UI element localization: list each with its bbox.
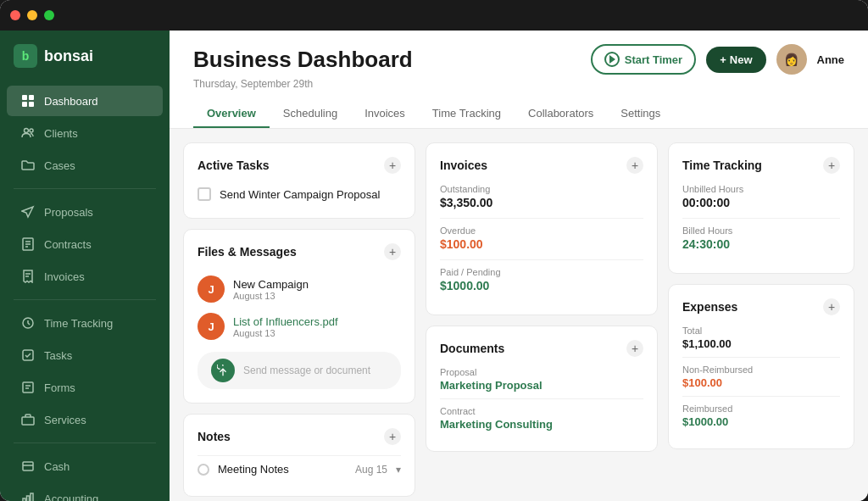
tab-invoices[interactable]: Invoices bbox=[351, 100, 419, 128]
note-item[interactable]: Meeting Notes Aug 15 ▾ bbox=[198, 455, 401, 482]
close-button[interactable] bbox=[10, 10, 20, 20]
invoice-paid: Paid / Pending $1000.00 bbox=[440, 267, 643, 292]
sidebar-divider bbox=[14, 188, 156, 189]
svg-rect-22 bbox=[31, 493, 33, 501]
invoices-title: Invoices bbox=[440, 159, 487, 172]
sidebar-item-cash[interactable]: Cash bbox=[7, 451, 163, 482]
expense-reimbursed: Reimbursed $1000.00 bbox=[682, 404, 840, 428]
briefcase-icon bbox=[20, 412, 36, 427]
invoices-card: Invoices + Outstanding $3,350.00 Overdue… bbox=[426, 142, 658, 315]
sidebar-item-tasks[interactable]: Tasks bbox=[7, 340, 163, 370]
file-link[interactable]: List of Influencers.pdf bbox=[233, 315, 401, 328]
new-button[interactable]: + New bbox=[706, 47, 765, 73]
dashboard-content: Active Tasks + Send Winter Campaign Prop… bbox=[170, 129, 868, 501]
expense-total: Total $1,100.00 bbox=[682, 326, 840, 350]
file-text-icon bbox=[20, 237, 36, 252]
sidebar-item-services[interactable]: Services bbox=[7, 404, 163, 435]
receipt-icon bbox=[20, 269, 36, 284]
document-proposal: Proposal Marketing Proposal bbox=[440, 367, 643, 392]
files-messages-add-button[interactable]: + bbox=[384, 243, 401, 260]
notes-add-button[interactable]: + bbox=[384, 428, 401, 445]
sidebar-item-contracts[interactable]: Contracts bbox=[7, 229, 163, 259]
minimize-button[interactable] bbox=[27, 10, 37, 20]
avatar: 👩 bbox=[776, 44, 807, 75]
svg-point-5 bbox=[30, 129, 33, 132]
time-tracking-title: Time Tracking bbox=[682, 159, 762, 172]
clock-icon bbox=[20, 315, 36, 331]
main-content: Business Dashboard Start Timer + New bbox=[170, 31, 868, 501]
sidebar-item-dashboard[interactable]: Dashboard bbox=[7, 86, 163, 116]
files-messages-title: Files & Messages bbox=[198, 245, 297, 259]
list-icon bbox=[20, 380, 36, 395]
message-input[interactable]: Send message or document bbox=[198, 352, 401, 389]
document-contract: Contract Marketing Consulting bbox=[440, 406, 643, 431]
file-item: J List of Influencers.pdf August 13 bbox=[198, 308, 401, 345]
folder-icon bbox=[20, 158, 36, 173]
send-icon bbox=[20, 204, 36, 220]
sidebar-item-label: Time Tracking bbox=[44, 317, 113, 330]
sidebar-divider bbox=[14, 299, 156, 300]
message-placeholder: Send message or document bbox=[243, 365, 370, 376]
sidebar-item-label: Services bbox=[44, 414, 86, 426]
invoices-add-button[interactable]: + bbox=[626, 157, 643, 174]
time-unbilled: Unbilled Hours 00:00:00 bbox=[682, 184, 840, 209]
file-item: J New Campaign August 13 bbox=[198, 270, 401, 308]
sidebar-divider bbox=[14, 443, 156, 443]
note-name: Meeting Notes bbox=[218, 463, 347, 476]
header-date: Thursday, September 29th bbox=[193, 78, 844, 90]
invoice-overdue: Overdue $100.00 bbox=[440, 225, 643, 251]
contract-link[interactable]: Marketing Consulting bbox=[440, 418, 643, 431]
task-label: Send Winter Campaign Proposal bbox=[220, 188, 380, 201]
start-timer-button[interactable]: Start Timer bbox=[591, 44, 696, 75]
sidebar-item-label: Cases bbox=[44, 159, 75, 172]
tab-bar: Overview Scheduling Invoices Time Tracki… bbox=[193, 100, 844, 128]
user-name: Anne bbox=[817, 53, 845, 66]
tab-overview[interactable]: Overview bbox=[193, 100, 270, 128]
expense-non-reimbursed: Non-Reimbursed $100.00 bbox=[682, 365, 840, 389]
sidebar-item-time-tracking[interactable]: Time Tracking bbox=[7, 308, 163, 338]
check-square-icon bbox=[20, 348, 36, 363]
logo: b bonsai bbox=[0, 44, 170, 85]
tab-time-tracking[interactable]: Time Tracking bbox=[419, 100, 515, 128]
sidebar-item-accounting[interactable]: Accounting bbox=[7, 483, 163, 501]
users-icon bbox=[20, 125, 36, 141]
sidebar-item-cases[interactable]: Cases bbox=[7, 150, 163, 181]
sidebar-item-clients[interactable]: Clients bbox=[7, 118, 163, 148]
sidebar-item-label: Contracts bbox=[44, 238, 92, 251]
time-tracking-add-button[interactable]: + bbox=[823, 157, 840, 174]
file-date: August 13 bbox=[233, 328, 401, 338]
sidebar: b bonsai Dashboard Clients bbox=[0, 31, 170, 501]
notes-title: Notes bbox=[198, 430, 231, 443]
logo-icon: b bbox=[14, 44, 37, 68]
svg-point-4 bbox=[25, 129, 29, 133]
bar-chart-icon bbox=[20, 491, 36, 501]
documents-add-button[interactable]: + bbox=[626, 340, 643, 357]
file-date: August 13 bbox=[233, 291, 401, 301]
file-avatar: J bbox=[198, 276, 225, 303]
maximize-button[interactable] bbox=[44, 10, 54, 20]
proposal-link[interactable]: Marketing Proposal bbox=[440, 379, 643, 392]
sidebar-item-forms[interactable]: Forms bbox=[7, 372, 163, 403]
expenses-add-button[interactable]: + bbox=[823, 298, 840, 315]
sidebar-item-proposals[interactable]: Proposals bbox=[7, 197, 163, 227]
svg-rect-14 bbox=[23, 382, 33, 392]
svg-rect-3 bbox=[29, 102, 34, 107]
svg-rect-2 bbox=[22, 102, 27, 107]
note-circle-icon bbox=[198, 464, 209, 476]
page-title: Business Dashboard bbox=[193, 47, 591, 73]
header: Business Dashboard Start Timer + New bbox=[170, 31, 868, 129]
tab-settings[interactable]: Settings bbox=[607, 100, 674, 128]
col-right: Time Tracking + Unbilled Hours 00:00:00 … bbox=[668, 142, 854, 497]
sidebar-item-invoices[interactable]: Invoices bbox=[7, 261, 163, 292]
file-name: New Campaign bbox=[233, 278, 401, 291]
active-tasks-add-button[interactable]: + bbox=[384, 157, 401, 174]
sidebar-item-label: Dashboard bbox=[44, 95, 98, 108]
tab-scheduling[interactable]: Scheduling bbox=[270, 100, 351, 128]
task-item: Send Winter Campaign Proposal bbox=[198, 184, 401, 204]
svg-rect-1 bbox=[29, 95, 34, 100]
tab-collaborators[interactable]: Collaborators bbox=[515, 100, 607, 128]
time-tracking-card: Time Tracking + Unbilled Hours 00:00:00 … bbox=[668, 142, 854, 274]
col-left: Active Tasks + Send Winter Campaign Prop… bbox=[183, 142, 415, 497]
svg-rect-17 bbox=[22, 417, 34, 425]
task-checkbox[interactable] bbox=[198, 187, 211, 201]
